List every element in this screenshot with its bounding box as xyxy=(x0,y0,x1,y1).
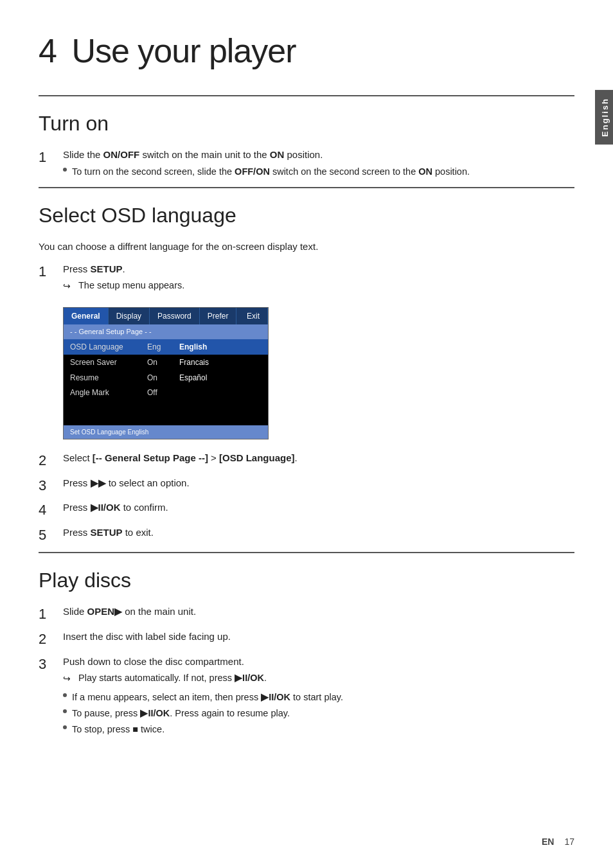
turn-on-section: Turn on 1 Slide the ON/OFF switch on the… xyxy=(39,108,574,181)
bold-on2: ON xyxy=(418,166,432,177)
play-sub-bullets: If a menu appears, select an item, then … xyxy=(63,691,574,736)
play-sub-1-text: If a menu appears, select an item, then … xyxy=(72,691,343,705)
bold-general-setup: [-- General Setup Page --] xyxy=(93,452,208,463)
play-arrow-text: Play starts automatically. If not, press… xyxy=(78,671,267,686)
side-tab-label: English xyxy=(600,98,610,137)
play-step-2: 2 Insert the disc with label side facing… xyxy=(39,630,574,650)
osd-value-anglemark: Off xyxy=(147,387,173,398)
sub-bullet-item: To turn on the second screen, slide the … xyxy=(63,165,574,179)
footer-lang: EN xyxy=(542,835,554,849)
osd-spacer xyxy=(64,400,268,425)
step-num: 1 xyxy=(39,148,54,168)
page-footer: EN 17 xyxy=(542,835,574,849)
play-discs-section: Play discs 1 Slide OPEN▶ on the main uni… xyxy=(39,565,574,738)
sub-bullet-text: To turn on the second screen, slide the … xyxy=(72,165,470,179)
osd-label-screensaver: Screen Saver xyxy=(70,357,147,368)
bold-on-off: ON/OFF xyxy=(103,149,140,160)
step-num-5: 5 xyxy=(39,526,54,545)
osd-step-3: 3 Press ▶▶ to select an option. xyxy=(39,476,574,496)
main-title-num: 4 xyxy=(39,32,57,69)
play-step-num-1: 1 xyxy=(39,605,54,624)
turn-on-title: Turn on xyxy=(39,108,574,139)
osd-step-2: 2 Select [-- General Setup Page --] > [O… xyxy=(39,451,574,471)
osd-option-english: English xyxy=(175,341,211,353)
osd-tab-prefer: Prefer xyxy=(200,308,237,324)
osd-option-espanol: Español xyxy=(175,371,211,384)
play-sub-3: To stop, press ■ twice. xyxy=(63,723,574,737)
osd-option-francais: Francais xyxy=(175,356,213,369)
osd-options-resume: Español xyxy=(173,371,211,384)
play-arrow-bullet: ↪ Play starts automatically. If not, pre… xyxy=(63,671,574,686)
osd-menu-screenshot: General Display Password Prefer Exit - -… xyxy=(63,307,269,439)
bold-setup2: SETUP xyxy=(91,527,123,538)
bold-playok4: ▶II/OK xyxy=(140,708,170,718)
step-item: 1 Slide the ON/OFF switch on the main un… xyxy=(39,148,574,181)
osd-row-anglemark: Angle Mark Off xyxy=(64,385,268,400)
step-num-4: 4 xyxy=(39,500,54,520)
osd-tab-general: General xyxy=(64,308,109,324)
play-step-3-content: Push down to close the disc compartment.… xyxy=(63,655,574,739)
play-arrow-icon: ↪ xyxy=(63,672,73,686)
osd-value-resume: On xyxy=(147,372,173,384)
bold-osd-lang: [OSD Language] xyxy=(219,452,295,463)
play-step-1-content: Slide OPEN▶ on the main unit. xyxy=(63,605,574,619)
turn-on-divider xyxy=(39,95,574,96)
osd-section: Select OSD language You can choose a dif… xyxy=(39,200,574,545)
osd-value-language: Eng xyxy=(147,341,173,353)
osd-tab-display: Display xyxy=(109,308,150,324)
play-bullet-dot-1 xyxy=(63,693,67,697)
osd-step-2-content: Select [-- General Setup Page --] > [OSD… xyxy=(63,451,574,466)
osd-value-screensaver: On xyxy=(147,357,173,368)
osd-step-4-content: Press ▶II/OK to confirm. xyxy=(63,500,574,515)
osd-step-5-content: Press SETUP to exit. xyxy=(63,526,574,540)
osd-step-4: 4 Press ▶II/OK to confirm. xyxy=(39,500,574,520)
osd-options-screensaver: Francais xyxy=(173,356,213,369)
osd-tab-password: Password xyxy=(150,308,200,324)
play-sub-1: If a menu appears, select an item, then … xyxy=(63,691,574,705)
play-discs-title: Play discs xyxy=(39,565,574,596)
play-sub-2: To pause, press ▶II/OK. Press again to r… xyxy=(63,707,574,721)
play-bullet-dot-2 xyxy=(63,709,67,713)
osd-subtitle: You can choose a diffrent language for t… xyxy=(39,240,574,254)
osd-row-language: OSD Language Eng English xyxy=(64,339,268,355)
bold-playok1: ▶II/OK xyxy=(91,502,121,513)
footer-page: 17 xyxy=(564,835,574,849)
arrow-bullet: ↪ The setup menu appears. xyxy=(63,279,574,293)
sub-bullet-list: To turn on the second screen, slide the … xyxy=(63,165,574,179)
bold-open: OPEN▶ xyxy=(87,606,123,617)
bold-playok3: ▶II/OK xyxy=(261,692,290,702)
osd-title: Select OSD language xyxy=(39,200,574,231)
osd-divider xyxy=(39,187,574,188)
turn-on-steps: 1 Slide the ON/OFF switch on the main un… xyxy=(39,148,574,181)
bold-on: ON xyxy=(270,149,285,160)
osd-steps-2: 2 Select [-- General Setup Page --] > [O… xyxy=(39,451,574,545)
play-sub-2-text: To pause, press ▶II/OK. Press again to r… xyxy=(72,707,290,721)
step-num-3: 3 xyxy=(39,476,54,496)
osd-step-3-content: Press ▶▶ to select an option. xyxy=(63,476,574,491)
bold-setup: SETUP xyxy=(91,263,123,274)
osd-row-resume: Resume On Español xyxy=(64,370,268,385)
osd-step-5: 5 Press SETUP to exit. xyxy=(39,526,574,545)
play-sub-3-text: To stop, press ■ twice. xyxy=(72,723,164,737)
osd-tabs: General Display Password Prefer Exit xyxy=(64,308,268,324)
side-tab: English xyxy=(595,90,613,145)
step-num-1: 1 xyxy=(39,262,54,282)
arrow-text: The setup menu appears. xyxy=(78,279,184,293)
play-step-num-3: 3 xyxy=(39,655,54,675)
play-step-num-2: 2 xyxy=(39,630,54,650)
osd-label-language: OSD Language xyxy=(70,341,147,353)
bold-ff: ▶▶ xyxy=(91,477,106,488)
osd-options: English xyxy=(173,341,211,353)
osd-row-screensaver: Screen Saver On Francais xyxy=(64,355,268,370)
bold-playok2: ▶II/OK xyxy=(235,673,264,683)
osd-step-1: 1 Press SETUP. ↪ The setup menu appears. xyxy=(39,262,574,296)
play-divider xyxy=(39,552,574,553)
step-num-2: 2 xyxy=(39,451,54,471)
page: English 4 Use your player Turn on 1 Slid… xyxy=(0,0,613,868)
osd-footer: Set OSD Language English xyxy=(64,425,268,439)
main-title-text: Use your player xyxy=(71,32,296,69)
main-title: 4 Use your player xyxy=(39,26,574,76)
osd-tab-exit: Exit xyxy=(239,308,268,324)
play-steps: 1 Slide OPEN▶ on the main unit. 2 Insert… xyxy=(39,605,574,738)
play-bullet-dot-3 xyxy=(63,725,67,729)
